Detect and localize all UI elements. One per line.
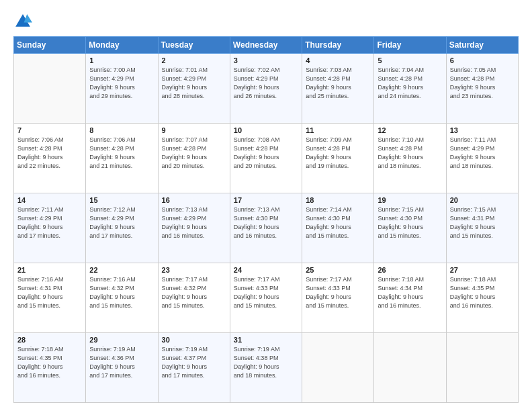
day-info: Sunrise: 7:19 AMSunset: 4:36 PMDaylight:… xyxy=(89,345,154,380)
calendar-cell: 31Sunrise: 7:19 AMSunset: 4:38 PMDayligh… xyxy=(230,333,302,403)
day-number: 27 xyxy=(450,266,515,274)
day-info: Sunrise: 7:13 AMSunset: 4:29 PMDaylight:… xyxy=(162,205,226,240)
day-info: Sunrise: 7:00 AMSunset: 4:29 PMDaylight:… xyxy=(89,66,154,101)
day-info: Sunrise: 7:19 AMSunset: 4:37 PMDaylight:… xyxy=(162,345,226,380)
calendar-cell: 11Sunrise: 7:09 AMSunset: 4:28 PMDayligh… xyxy=(302,124,374,193)
calendar-cell: 15Sunrise: 7:12 AMSunset: 4:29 PMDayligh… xyxy=(86,193,158,263)
calendar-cell: 9Sunrise: 7:07 AMSunset: 4:28 PMDaylight… xyxy=(158,124,230,193)
day-info: Sunrise: 7:04 AMSunset: 4:28 PMDaylight:… xyxy=(378,66,442,101)
calendar-cell: 4Sunrise: 7:03 AMSunset: 4:28 PMDaylight… xyxy=(302,54,374,124)
calendar-cell: 3Sunrise: 7:02 AMSunset: 4:29 PMDaylight… xyxy=(230,54,302,124)
day-number: 19 xyxy=(378,196,442,204)
day-info: Sunrise: 7:15 AMSunset: 4:31 PMDaylight:… xyxy=(450,205,515,240)
day-number: 1 xyxy=(89,56,154,64)
day-info: Sunrise: 7:06 AMSunset: 4:28 PMDaylight:… xyxy=(89,136,154,171)
day-info: Sunrise: 7:02 AMSunset: 4:29 PMDaylight:… xyxy=(234,66,298,101)
day-info: Sunrise: 7:08 AMSunset: 4:28 PMDaylight:… xyxy=(234,136,298,171)
day-number: 3 xyxy=(234,56,298,64)
day-info: Sunrise: 7:07 AMSunset: 4:28 PMDaylight:… xyxy=(162,136,226,171)
calendar-cell: 27Sunrise: 7:18 AMSunset: 4:35 PMDayligh… xyxy=(446,263,518,333)
calendar-cell: 19Sunrise: 7:15 AMSunset: 4:30 PMDayligh… xyxy=(374,193,446,263)
calendar-cell xyxy=(446,333,518,403)
day-number: 14 xyxy=(17,196,82,204)
day-info: Sunrise: 7:17 AMSunset: 4:32 PMDaylight:… xyxy=(162,275,226,310)
calendar-week-row: 7Sunrise: 7:06 AMSunset: 4:28 PMDaylight… xyxy=(14,124,519,193)
calendar-cell: 22Sunrise: 7:16 AMSunset: 4:32 PMDayligh… xyxy=(86,263,158,333)
calendar-cell: 12Sunrise: 7:10 AMSunset: 4:28 PMDayligh… xyxy=(374,124,446,193)
calendar-cell xyxy=(302,333,374,403)
day-number: 10 xyxy=(234,126,298,134)
calendar-cell: 26Sunrise: 7:18 AMSunset: 4:34 PMDayligh… xyxy=(374,263,446,333)
logo-icon xyxy=(13,12,32,31)
day-info: Sunrise: 7:06 AMSunset: 4:28 PMDaylight:… xyxy=(17,136,82,171)
day-info: Sunrise: 7:11 AMSunset: 4:29 PMDaylight:… xyxy=(450,136,515,171)
col-header-saturday: Saturday xyxy=(446,37,518,54)
day-info: Sunrise: 7:10 AMSunset: 4:28 PMDaylight:… xyxy=(378,136,442,171)
day-info: Sunrise: 7:13 AMSunset: 4:30 PMDaylight:… xyxy=(234,205,298,240)
day-number: 20 xyxy=(450,196,515,204)
calendar-cell: 24Sunrise: 7:17 AMSunset: 4:33 PMDayligh… xyxy=(230,263,302,333)
day-number: 29 xyxy=(89,336,154,344)
day-number: 4 xyxy=(306,56,370,64)
day-info: Sunrise: 7:11 AMSunset: 4:29 PMDaylight:… xyxy=(17,205,82,240)
day-number: 18 xyxy=(306,196,370,204)
day-number: 17 xyxy=(234,196,298,204)
day-number: 24 xyxy=(234,266,298,274)
day-number: 23 xyxy=(162,266,226,274)
calendar-cell: 1Sunrise: 7:00 AMSunset: 4:29 PMDaylight… xyxy=(86,54,158,124)
calendar-cell: 28Sunrise: 7:18 AMSunset: 4:35 PMDayligh… xyxy=(14,333,86,403)
day-info: Sunrise: 7:16 AMSunset: 4:31 PMDaylight:… xyxy=(17,275,82,310)
calendar-cell: 21Sunrise: 7:16 AMSunset: 4:31 PMDayligh… xyxy=(14,263,86,333)
calendar-cell: 25Sunrise: 7:17 AMSunset: 4:33 PMDayligh… xyxy=(302,263,374,333)
day-info: Sunrise: 7:15 AMSunset: 4:30 PMDaylight:… xyxy=(378,205,442,240)
day-number: 6 xyxy=(450,56,515,64)
calendar-cell: 16Sunrise: 7:13 AMSunset: 4:29 PMDayligh… xyxy=(158,193,230,263)
calendar-header-row: SundayMondayTuesdayWednesdayThursdayFrid… xyxy=(14,37,519,54)
day-info: Sunrise: 7:18 AMSunset: 4:35 PMDaylight:… xyxy=(17,345,82,380)
calendar-week-row: 21Sunrise: 7:16 AMSunset: 4:31 PMDayligh… xyxy=(14,263,519,333)
day-number: 15 xyxy=(89,196,154,204)
day-info: Sunrise: 7:01 AMSunset: 4:29 PMDaylight:… xyxy=(162,66,226,101)
calendar-cell: 7Sunrise: 7:06 AMSunset: 4:28 PMDaylight… xyxy=(14,124,86,193)
calendar-cell: 30Sunrise: 7:19 AMSunset: 4:37 PMDayligh… xyxy=(158,333,230,403)
day-number: 9 xyxy=(162,126,226,134)
day-number: 22 xyxy=(89,266,154,274)
day-info: Sunrise: 7:12 AMSunset: 4:29 PMDaylight:… xyxy=(89,205,154,240)
day-number: 25 xyxy=(306,266,370,274)
day-number: 26 xyxy=(378,266,442,274)
calendar-week-row: 28Sunrise: 7:18 AMSunset: 4:35 PMDayligh… xyxy=(14,333,519,403)
col-header-friday: Friday xyxy=(374,37,446,54)
calendar-cell: 6Sunrise: 7:05 AMSunset: 4:28 PMDaylight… xyxy=(446,54,518,124)
day-number: 11 xyxy=(306,126,370,134)
day-info: Sunrise: 7:09 AMSunset: 4:28 PMDaylight:… xyxy=(306,136,370,171)
calendar-cell: 2Sunrise: 7:01 AMSunset: 4:29 PMDaylight… xyxy=(158,54,230,124)
calendar-cell: 17Sunrise: 7:13 AMSunset: 4:30 PMDayligh… xyxy=(230,193,302,263)
calendar-cell: 23Sunrise: 7:17 AMSunset: 4:32 PMDayligh… xyxy=(158,263,230,333)
day-number: 13 xyxy=(450,126,515,134)
day-info: Sunrise: 7:03 AMSunset: 4:28 PMDaylight:… xyxy=(306,66,370,101)
day-number: 28 xyxy=(17,336,82,344)
col-header-monday: Monday xyxy=(86,37,158,54)
day-number: 30 xyxy=(162,336,226,344)
col-header-thursday: Thursday xyxy=(302,37,374,54)
calendar-cell xyxy=(14,54,86,124)
page: SundayMondayTuesdayWednesdayThursdayFrid… xyxy=(0,0,532,411)
day-info: Sunrise: 7:17 AMSunset: 4:33 PMDaylight:… xyxy=(306,275,370,310)
calendar-cell: 14Sunrise: 7:11 AMSunset: 4:29 PMDayligh… xyxy=(14,193,86,263)
calendar-cell: 13Sunrise: 7:11 AMSunset: 4:29 PMDayligh… xyxy=(446,124,518,193)
calendar-week-row: 14Sunrise: 7:11 AMSunset: 4:29 PMDayligh… xyxy=(14,193,519,263)
calendar-cell: 5Sunrise: 7:04 AMSunset: 4:28 PMDaylight… xyxy=(374,54,446,124)
day-info: Sunrise: 7:05 AMSunset: 4:28 PMDaylight:… xyxy=(450,66,515,101)
calendar-cell: 8Sunrise: 7:06 AMSunset: 4:28 PMDaylight… xyxy=(86,124,158,193)
calendar-cell: 20Sunrise: 7:15 AMSunset: 4:31 PMDayligh… xyxy=(446,193,518,263)
col-header-tuesday: Tuesday xyxy=(158,37,230,54)
col-header-sunday: Sunday xyxy=(14,37,86,54)
calendar-week-row: 1Sunrise: 7:00 AMSunset: 4:29 PMDaylight… xyxy=(14,54,519,124)
day-info: Sunrise: 7:18 AMSunset: 4:35 PMDaylight:… xyxy=(450,275,515,310)
col-header-wednesday: Wednesday xyxy=(230,37,302,54)
day-number: 12 xyxy=(378,126,442,134)
day-number: 21 xyxy=(17,266,82,274)
day-info: Sunrise: 7:18 AMSunset: 4:34 PMDaylight:… xyxy=(378,275,442,310)
day-number: 5 xyxy=(378,56,442,64)
day-info: Sunrise: 7:14 AMSunset: 4:30 PMDaylight:… xyxy=(306,205,370,240)
